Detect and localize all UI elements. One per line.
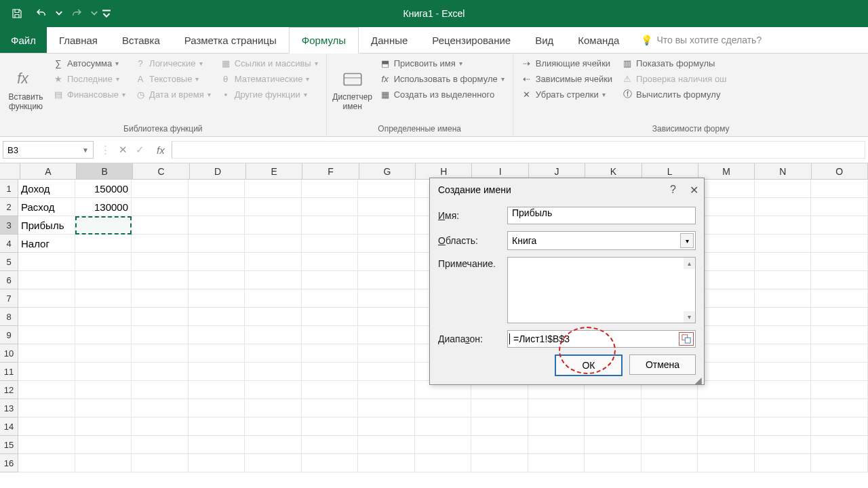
cell-B15[interactable]: [75, 436, 132, 454]
rowhdr-5[interactable]: 5: [0, 253, 18, 271]
col-A[interactable]: A: [20, 163, 77, 180]
cell-D10[interactable]: [189, 344, 245, 363]
col-G[interactable]: G: [359, 163, 416, 180]
chevron-down-icon[interactable]: ▼: [82, 146, 89, 154]
col-D[interactable]: D: [190, 163, 246, 180]
select-all-corner[interactable]: [0, 163, 20, 180]
recent-button[interactable]: ★Последние▾: [50, 72, 128, 85]
cell-D5[interactable]: [189, 253, 245, 271]
cell-O7[interactable]: [811, 289, 868, 308]
cell-F9[interactable]: [302, 326, 359, 344]
cancel-button[interactable]: Отмена: [629, 354, 696, 375]
cell-M9[interactable]: [698, 326, 755, 344]
cell-M4[interactable]: [698, 235, 755, 253]
cell-B9[interactable]: [75, 326, 132, 344]
cell-F8[interactable]: [302, 308, 359, 326]
cell-E13[interactable]: [245, 399, 302, 418]
cell-G5[interactable]: [358, 253, 415, 271]
cell-N2[interactable]: [755, 198, 812, 216]
cell-B8[interactable]: [75, 308, 132, 326]
cell-D3[interactable]: [189, 216, 245, 235]
cell-E8[interactable]: [245, 308, 302, 326]
col-B[interactable]: B: [77, 163, 133, 180]
cell-F1[interactable]: [302, 180, 359, 198]
cell-C10[interactable]: [132, 344, 189, 363]
col-F[interactable]: F: [302, 163, 359, 180]
cell-K15[interactable]: [585, 436, 642, 454]
cell-E15[interactable]: [245, 436, 302, 454]
cell-M10[interactable]: [698, 344, 755, 363]
rowhdr-8[interactable]: 8: [0, 308, 18, 326]
cell-G1[interactable]: [358, 180, 415, 198]
cell-M3[interactable]: [698, 216, 755, 235]
cell-E14[interactable]: [245, 418, 302, 436]
refers-to-input[interactable]: =Лист1!$B$3: [507, 330, 696, 348]
use-in-formula-button[interactable]: fxИспользовать в формуле▾: [377, 72, 507, 85]
cell-E5[interactable]: [245, 253, 302, 271]
cell-E9[interactable]: [245, 326, 302, 344]
cell-O1[interactable]: [811, 180, 868, 198]
cell-L16[interactable]: [642, 454, 698, 472]
define-name-button[interactable]: ⬒Присвоить имя▾: [377, 56, 507, 70]
cell-F15[interactable]: [302, 436, 359, 454]
cell-C8[interactable]: [132, 308, 189, 326]
cell-N9[interactable]: [755, 326, 812, 344]
fx-icon[interactable]: fx: [157, 144, 165, 156]
cell-A15[interactable]: [18, 436, 75, 454]
cell-F11[interactable]: [302, 363, 359, 381]
cell-A2[interactable]: Расход: [18, 198, 75, 216]
cell-N5[interactable]: [755, 253, 812, 271]
cell-G9[interactable]: [358, 326, 415, 344]
comment-textarea[interactable]: ▴ ▾: [507, 257, 696, 323]
cell-A16[interactable]: [18, 454, 75, 472]
accept-icon[interactable]: ✓: [136, 144, 144, 156]
cell-B16[interactable]: [75, 454, 132, 472]
cell-M11[interactable]: [698, 363, 755, 381]
cell-M7[interactable]: [698, 289, 755, 308]
rowhdr-10[interactable]: 10: [0, 344, 18, 363]
insert-function-button[interactable]: fx Вставить функцию: [5, 56, 46, 123]
col-O[interactable]: O: [812, 163, 868, 180]
cell-G8[interactable]: [358, 308, 415, 326]
cell-I13[interactable]: [471, 399, 528, 418]
cell-M5[interactable]: [698, 253, 755, 271]
cell-I14[interactable]: [471, 418, 528, 436]
undo-dropdown-icon[interactable]: [54, 2, 64, 25]
cell-B1[interactable]: 150000: [75, 180, 132, 198]
cell-D4[interactable]: [189, 235, 245, 253]
save-icon[interactable]: [5, 2, 28, 25]
financial-button[interactable]: ▤Финансовые▾: [50, 87, 128, 101]
rowhdr-1[interactable]: 1: [0, 180, 18, 198]
cell-C9[interactable]: [132, 326, 189, 344]
name-box[interactable]: B3 ▼: [3, 141, 94, 159]
cell-A8[interactable]: [18, 308, 75, 326]
cell-C12[interactable]: [132, 381, 189, 399]
text-button[interactable]: AТекстовые▾: [132, 72, 214, 85]
cell-B4[interactable]: [75, 235, 132, 253]
cell-O10[interactable]: [811, 344, 868, 363]
cell-N8[interactable]: [755, 308, 812, 326]
trace-dependents-button[interactable]: ⇠Зависимые ячейки: [519, 72, 615, 85]
cell-N4[interactable]: [755, 235, 812, 253]
cell-D16[interactable]: [189, 454, 245, 472]
cell-O16[interactable]: [811, 454, 868, 472]
cell-K16[interactable]: [585, 454, 642, 472]
cancel-icon[interactable]: ✕: [119, 144, 127, 156]
cell-N6[interactable]: [755, 271, 812, 289]
cell-F12[interactable]: [302, 381, 359, 399]
cell-F10[interactable]: [302, 344, 359, 363]
cell-K14[interactable]: [585, 418, 642, 436]
rowhdr-9[interactable]: 9: [0, 326, 18, 344]
cell-O12[interactable]: [811, 381, 868, 399]
cell-A14[interactable]: [18, 418, 75, 436]
cell-C13[interactable]: [132, 399, 189, 418]
scope-select[interactable]: Книга ▾: [507, 231, 696, 250]
lookup-button[interactable]: ▦Ссылки и массивы▾: [218, 56, 321, 70]
cell-N13[interactable]: [755, 399, 812, 418]
col-C[interactable]: C: [133, 163, 189, 180]
cell-C6[interactable]: [132, 271, 189, 289]
undo-icon[interactable]: [30, 2, 53, 25]
range-picker-icon[interactable]: [679, 332, 694, 346]
tab-review[interactable]: Рецензирование: [420, 27, 523, 53]
tab-view[interactable]: Вид: [523, 27, 566, 53]
